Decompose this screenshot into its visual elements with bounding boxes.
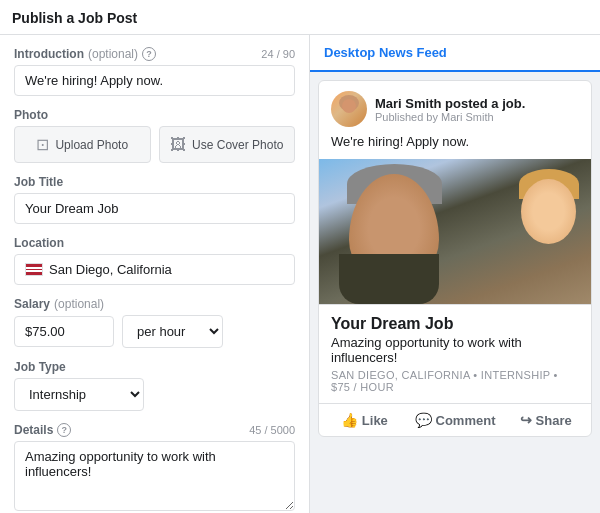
salary-label-text: Salary	[14, 297, 50, 311]
preview-user-info: Mari Smith posted a job. Published by Ma…	[375, 96, 579, 123]
like-button[interactable]: 👍 Like	[319, 404, 410, 436]
job-title-label-text: Job Title	[14, 175, 63, 189]
job-title-label: Job Title	[14, 175, 295, 189]
upload-icon: ⊡	[36, 135, 49, 154]
introduction-input[interactable]	[14, 65, 295, 96]
job-title-input[interactable]	[14, 193, 295, 224]
poster-name: Mari Smith	[375, 96, 441, 111]
location-value: San Diego, California	[49, 262, 172, 277]
salary-group: Salary (optional) per hour per day per w…	[14, 297, 295, 348]
location-label-text: Location	[14, 236, 64, 250]
job-type-label-text: Job Type	[14, 360, 66, 374]
job-type-select[interactable]: Full-Time Part-Time Internship Volunteer…	[14, 378, 144, 411]
details-textarea[interactable]: Amazing opportunity to work with influen…	[14, 441, 295, 511]
preview-intro-text: We're hiring! Apply now.	[319, 133, 591, 159]
photo-group: Photo ⊡ Upload Photo 🖼 Use Cover Photo	[14, 108, 295, 163]
left-panel: Introduction (optional) ? 24 / 90 Photo	[0, 35, 310, 513]
preview-header: Desktop News Feed	[310, 35, 600, 72]
introduction-group: Introduction (optional) ? 24 / 90	[14, 47, 295, 96]
introduction-optional: (optional)	[88, 47, 138, 61]
details-counter: 45 / 5000	[249, 424, 295, 436]
location-row[interactable]: San Diego, California	[14, 254, 295, 285]
introduction-label-text: Introduction	[14, 47, 84, 61]
preview-card: Mari Smith posted a job. Published by Ma…	[318, 80, 592, 437]
photo-label-text: Photo	[14, 108, 48, 122]
face2-decoration	[521, 179, 576, 244]
jacket-decoration	[339, 254, 439, 304]
preview-image	[319, 159, 591, 304]
preview-job-meta: SAN DIEGO, CALIFORNIA • INTERNSHIP • $75…	[331, 369, 579, 393]
details-label: Details ? 45 / 5000	[14, 423, 295, 437]
share-label: Share	[536, 413, 572, 428]
salary-optional: (optional)	[54, 297, 104, 311]
avatar-image	[331, 91, 367, 127]
salary-input[interactable]	[14, 316, 114, 347]
avatar	[331, 91, 367, 127]
preview-actions: 👍 Like 💬 Comment ↪ Share	[319, 403, 591, 436]
page-title: Publish a Job Post	[0, 0, 600, 35]
main-layout: Introduction (optional) ? 24 / 90 Photo	[0, 35, 600, 513]
location-group: Location San Diego, California	[14, 236, 295, 285]
introduction-counter: 24 / 90	[261, 48, 295, 60]
photo-label: Photo	[14, 108, 295, 122]
share-button[interactable]: ↪ Share	[500, 404, 591, 436]
cover-photo-label: Use Cover Photo	[192, 138, 283, 152]
job-title-group: Job Title	[14, 175, 295, 224]
details-label-text: Details	[14, 423, 53, 437]
salary-period-select[interactable]: per hour per day per week per month per …	[122, 315, 223, 348]
preview-username: Mari Smith posted a job.	[375, 96, 579, 111]
photo-row: ⊡ Upload Photo 🖼 Use Cover Photo	[14, 126, 295, 163]
job-type-group: Job Type Full-Time Part-Time Internship …	[14, 360, 295, 411]
upload-photo-label: Upload Photo	[55, 138, 128, 152]
salary-label: Salary (optional)	[14, 297, 295, 311]
introduction-info-icon[interactable]: ?	[142, 47, 156, 61]
details-group: Details ? 45 / 5000 Amazing opportunity …	[14, 423, 295, 513]
preview-job-info: Your Dream Job Amazing opportunity to wo…	[319, 304, 591, 403]
cover-photo-button[interactable]: 🖼 Use Cover Photo	[159, 126, 296, 163]
location-flag-icon	[25, 263, 43, 276]
like-label: Like	[362, 413, 388, 428]
comment-icon: 💬	[415, 412, 432, 428]
preview-job-title: Your Dream Job	[331, 315, 579, 333]
salary-row: per hour per day per week per month per …	[14, 315, 295, 348]
cover-icon: 🖼	[170, 136, 186, 154]
details-info-icon[interactable]: ?	[57, 423, 71, 437]
poster-action: posted a job.	[445, 96, 525, 111]
upload-photo-button[interactable]: ⊡ Upload Photo	[14, 126, 151, 163]
comment-label: Comment	[436, 413, 496, 428]
right-panel: Desktop News Feed Mari Smith posted a jo…	[310, 35, 600, 513]
comment-button[interactable]: 💬 Comment	[410, 404, 501, 436]
preview-subtitle: Published by Mari Smith	[375, 111, 579, 123]
page-container: Publish a Job Post Introduction (optiona…	[0, 0, 600, 513]
preview-post-header: Mari Smith posted a job. Published by Ma…	[319, 81, 591, 133]
preview-job-desc: Amazing opportunity to work with influen…	[331, 335, 579, 365]
location-label: Location	[14, 236, 295, 250]
like-icon: 👍	[341, 412, 358, 428]
introduction-label: Introduction (optional) ? 24 / 90	[14, 47, 295, 61]
preview-image-inner	[319, 159, 591, 304]
share-icon: ↪	[520, 412, 532, 428]
job-type-label: Job Type	[14, 360, 295, 374]
